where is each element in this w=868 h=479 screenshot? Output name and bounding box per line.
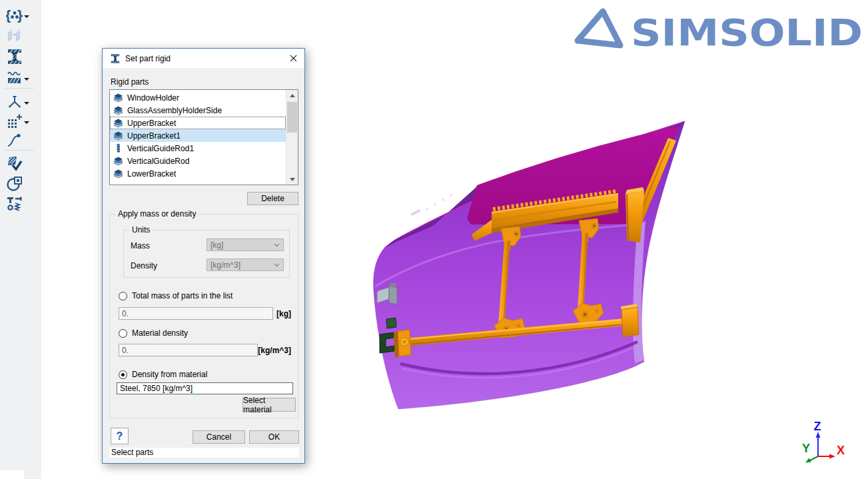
total-mass-radio[interactable]: Total mass of parts in the list <box>119 291 232 300</box>
material-density-input[interactable] <box>119 344 258 356</box>
total-mass-input[interactable] <box>119 307 273 320</box>
dropdown-caret[interactable] <box>24 121 29 127</box>
material-density-radio-label: Material density <box>132 328 188 338</box>
part-layers-icon <box>113 93 123 103</box>
dialog-title: Set part rigid <box>125 54 282 63</box>
set-part-rigid-icon[interactable] <box>6 47 39 66</box>
dropdown-caret[interactable] <box>24 78 29 83</box>
list-item[interactable]: VerticalGuideRod1 <box>110 142 286 155</box>
scrollbar-track[interactable] <box>286 101 298 174</box>
axis-triad: Z X Y <box>789 410 853 466</box>
svg-text:{: { <box>6 7 11 23</box>
density-units-value: [kg/m^3] <box>211 260 274 270</box>
axis-x-label: X <box>837 444 845 457</box>
toolbar-separator <box>5 88 34 89</box>
close-icon <box>290 55 297 62</box>
axis-y-label: Y <box>802 442 810 455</box>
dropdown-caret[interactable] <box>24 15 29 21</box>
base-geometry-icon[interactable] <box>6 175 39 193</box>
simsolid-logo: SIMSOLID <box>568 5 868 55</box>
part-layers-icon <box>113 156 123 166</box>
dialog-titlebar[interactable]: Set part rigid <box>103 49 304 68</box>
frame-holes <box>410 194 452 216</box>
part-layers-icon <box>113 169 123 179</box>
list-scrollbar[interactable] <box>286 90 298 185</box>
toolbar-separator <box>5 150 34 151</box>
list-item[interactable]: WindowHolder <box>110 91 286 104</box>
connections-group-icon[interactable]: { } <box>6 6 39 25</box>
logo-triangle-icon <box>578 11 620 45</box>
apply-mass-group-label: Apply mass or density <box>115 209 199 219</box>
help-button[interactable]: ? <box>111 428 129 444</box>
list-item[interactable]: GlassAssemblyHolderSide <box>110 104 286 117</box>
part-layers-icon <box>113 118 123 128</box>
material-density-radio[interactable]: Material density <box>119 328 188 338</box>
scrollbar-thumb[interactable] <box>287 102 297 133</box>
density-from-material-radio[interactable]: Density from material <box>119 370 207 379</box>
part-name: WindowHolder <box>127 93 179 103</box>
list-item[interactable]: UpperBracket1 <box>110 129 286 142</box>
units-group-label: Units <box>129 225 153 235</box>
rigid-parts-list[interactable]: WindowHolderGlassAssemblyHolderSideUpper… <box>109 89 298 185</box>
left-toolbar: { } <box>0 0 41 479</box>
total-mass-radio-label: Total mass of parts in the list <box>132 291 232 300</box>
svg-text:}: } <box>17 7 23 23</box>
density-units-dropdown: [kg/m^3] <box>207 258 284 271</box>
set-part-rigid-dialog: Set part rigid Rigid parts WindowHolderG… <box>102 48 305 464</box>
total-mass-unit: [kg] <box>276 309 291 318</box>
part-name: GlassAssemblyHolderSide <box>127 106 222 115</box>
part-layers-icon <box>113 131 123 141</box>
spline-curve-icon[interactable] <box>6 131 39 149</box>
set-part-flexible-icon[interactable] <box>6 69 39 87</box>
mass-units-value: [kg] <box>211 240 274 250</box>
part-layers-icon <box>113 105 123 115</box>
material-value-input[interactable] <box>117 382 293 394</box>
axis-z-label: Z <box>814 420 821 433</box>
part-name: VerticalGuideRod1 <box>127 144 194 153</box>
density-label: Density <box>131 261 157 270</box>
dropdown-caret[interactable] <box>24 102 29 107</box>
scroll-up-icon[interactable] <box>286 90 298 101</box>
part-name: VerticalGuideRod <box>127 157 189 166</box>
scroll-down-icon[interactable] <box>286 174 298 185</box>
part-rod-icon <box>113 143 123 153</box>
delete-button[interactable]: Delete <box>247 192 298 205</box>
apply-check-icon[interactable] <box>6 155 39 173</box>
list-item[interactable]: UpperBracket <box>110 117 286 129</box>
chevron-down-icon <box>274 263 280 267</box>
radio-icon[interactable] <box>119 329 127 338</box>
rigid-parts-label: Rigid parts <box>111 77 149 87</box>
density-from-material-radio-label: Density from material <box>132 370 207 379</box>
list-item[interactable]: VerticalGuideRod <box>110 155 286 167</box>
create-points-icon[interactable] <box>6 112 39 131</box>
chevron-down-icon <box>274 243 280 247</box>
dialog-status-text: Select parts <box>109 448 299 458</box>
logo-text: SIMSOLID <box>631 11 863 54</box>
material-density-unit: [kg/m^3] <box>258 346 291 355</box>
part-name: UpperBracket1 <box>127 131 181 141</box>
part-name: UpperBracket <box>127 119 176 128</box>
close-button[interactable] <box>282 49 304 68</box>
sidebar-footer <box>0 470 24 479</box>
select-material-button[interactable]: Select material <box>242 398 296 412</box>
mass-units-dropdown: [kg] <box>207 239 284 251</box>
units-group: Units Mass [kg] Density [kg/m^3] <box>123 230 290 278</box>
coordinate-system-icon[interactable] <box>6 93 39 111</box>
bolt-connections-icon[interactable] <box>6 195 39 213</box>
radio-icon[interactable] <box>119 292 127 300</box>
apply-mass-group: Apply mass or density Units Mass [kg] De… <box>109 214 298 418</box>
rigid-parts-rows: WindowHolderGlassAssemblyHolderSideUpper… <box>110 90 286 185</box>
cancel-button[interactable]: Cancel <box>193 430 245 444</box>
merge-parts-icon <box>6 26 39 45</box>
set-part-rigid-icon <box>110 53 121 64</box>
list-item[interactable]: LowerBracket <box>110 167 286 180</box>
part-name: LowerBracket <box>127 169 176 179</box>
radio-selected-icon[interactable] <box>119 370 127 379</box>
ok-button[interactable]: OK <box>249 430 299 444</box>
mass-label: Mass <box>131 241 150 250</box>
